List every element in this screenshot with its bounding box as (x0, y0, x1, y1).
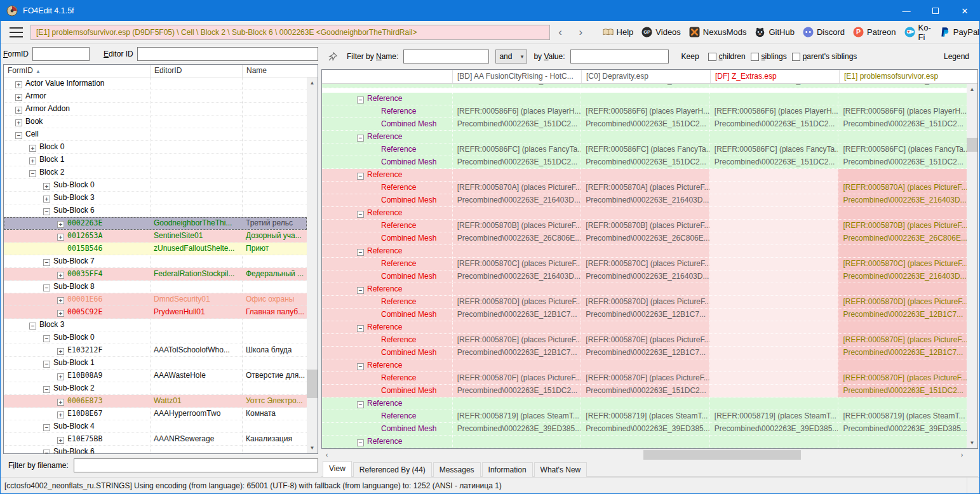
collapse-icon[interactable]: − (357, 439, 364, 446)
tree-row[interactable]: +Book (4, 116, 307, 128)
plugin-cell[interactable]: Precombined\0002263E_216403D... (452, 270, 581, 283)
tab-messages[interactable]: Messages (433, 462, 481, 477)
formid-field[interactable] (32, 47, 90, 61)
table-row[interactable]: Combined MeshPrecombined\0002263E_151DC2… (322, 385, 967, 397)
collapse-icon[interactable]: − (43, 450, 50, 453)
table-row[interactable]: Combined MeshPrecombined\0002263E_151DC2… (322, 156, 967, 169)
plugin-cell[interactable]: Precombined\0002263E_26C806E... (838, 232, 967, 245)
plugin-cell[interactable]: Precombined\0002263E_151DC2... (452, 385, 581, 397)
plugin-cell[interactable] (709, 436, 838, 448)
plugin-cell[interactable]: Precombined\0002263E_151DC2... (581, 118, 709, 131)
plugin-cell[interactable]: [REFR:0005870B] (places PictureF... (581, 220, 709, 232)
plugin-cell[interactable]: Precombined\0002263E_216403D... (581, 194, 709, 207)
tree-row[interactable]: +0012653ASentinelSite01Дозорный уча... (4, 230, 307, 243)
plugin-cell[interactable] (709, 207, 838, 220)
table-row[interactable]: −Reference (322, 283, 967, 296)
plugin-cell[interactable] (709, 372, 838, 385)
plugin-cell[interactable]: Precombined\0002263E_39ED385... (838, 423, 967, 436)
expand-icon[interactable]: + (57, 437, 64, 444)
plugin-cell[interactable] (452, 283, 581, 296)
pin-icon[interactable] (328, 51, 338, 62)
plugin-cell[interactable]: [REFR:0005870D] (places PictureF... (452, 296, 581, 309)
plugin-cell[interactable]: Precombined\0002263E_39ED385... (581, 423, 709, 436)
collapse-icon[interactable]: − (357, 97, 364, 103)
plugin-cell[interactable]: [REFR:000586F6] (places PlayerH... (709, 105, 838, 118)
plugin-column-header-tree[interactable] (322, 70, 452, 83)
toolbar-link-paypal[interactable]: PayPal (939, 27, 979, 37)
keep-siblings-checkbox[interactable] (751, 53, 759, 61)
table-row[interactable]: Combined MeshPrecombined\0002263E_216403… (322, 194, 967, 207)
plugin-column-header[interactable]: [BD] AA FusionCityRising - HotC... (452, 70, 581, 83)
collapse-icon[interactable]: − (357, 401, 364, 408)
plugin-cell[interactable]: [REFR:0005870E] (places PictureF... (581, 334, 709, 347)
plugin-cell[interactable] (581, 283, 709, 296)
plugin-cell[interactable]: [REFR:0005870C] (places PictureF... (581, 258, 709, 270)
tree-row[interactable]: −Sub-Block 6 (4, 446, 307, 453)
table-horizontal-scrollbar[interactable]: ‹ › (321, 449, 978, 460)
plugin-cell[interactable] (709, 194, 838, 207)
collapse-icon[interactable]: − (29, 323, 36, 330)
tab-view[interactable]: View (323, 461, 352, 477)
expand-icon[interactable]: + (57, 373, 64, 380)
tree-header-formid[interactable]: FormID▲ (4, 65, 150, 77)
plugin-column-header[interactable]: [C0] Depravity.esp (581, 70, 710, 83)
tree-row[interactable]: −Sub-Block 1 (4, 357, 307, 370)
menu-icon[interactable] (10, 27, 23, 37)
plugin-cell[interactable]: [REFR:0005870A] (places PictureF... (452, 182, 581, 194)
plugin-cell[interactable]: Precombined\0002263E_12B1C7... (838, 309, 967, 321)
tree-row[interactable]: −Sub-Block 6 (4, 204, 307, 217)
tree-row[interactable]: +Actor Value Information (4, 77, 307, 90)
collapse-icon[interactable]: − (43, 386, 50, 393)
table-row[interactable]: Reference[REFR:00058719] (places SteamT.… (322, 410, 967, 423)
plugin-cell[interactable] (838, 169, 967, 182)
minimize-button[interactable]: — (892, 1, 921, 21)
table-row[interactable]: −Reference (322, 169, 967, 182)
plugin-cell[interactable]: [REFR:0005870B] (places PictureF... (838, 220, 967, 232)
expand-icon[interactable]: + (43, 183, 50, 190)
plugin-cell[interactable]: Precombined\0002263E_151DC2... (838, 156, 967, 169)
plugin-cell[interactable]: Precombined\0002263E_151DC2... (581, 84, 709, 88)
collapse-icon[interactable]: − (357, 249, 364, 256)
expand-icon[interactable]: + (57, 310, 64, 317)
plugin-cell[interactable]: Precombined\0002263E_39ED385... (452, 423, 581, 436)
plugin-cell[interactable]: [REFR:0005870F] (places PictureF... (581, 372, 709, 385)
tree-row[interactable]: −Block 3 (4, 319, 307, 331)
collapse-icon[interactable]: − (357, 211, 364, 218)
plugin-cell[interactable] (709, 296, 838, 309)
tree-row[interactable]: +00001E66DmndSecurity01Офис охраны (4, 293, 307, 306)
tab-information[interactable]: Information (482, 462, 533, 477)
collapse-icon[interactable]: − (29, 170, 36, 177)
plugin-cell[interactable] (709, 385, 838, 397)
plugin-cell[interactable] (452, 131, 581, 144)
expand-icon[interactable]: + (15, 81, 22, 88)
tree-row[interactable]: +Armor (4, 90, 307, 103)
plugin-cell[interactable] (581, 436, 709, 448)
plugin-cell[interactable] (709, 93, 838, 105)
plugin-cell[interactable]: Precombined\0002263E_151DC2... (452, 118, 581, 131)
nav-back-button[interactable]: ‹ (550, 26, 570, 39)
plugin-cell[interactable]: [REFR:000586FC] (places FancyTa... (838, 144, 967, 156)
tree-row[interactable]: +Sub-Block 3 (4, 192, 307, 204)
table-row[interactable]: Reference[REFR:0005870C] (places Picture… (322, 258, 967, 270)
plugin-cell[interactable]: [REFR:0005870D] (places PictureF... (838, 296, 967, 309)
plugin-cell[interactable] (452, 321, 581, 334)
tree-row[interactable]: −Sub-Block 4 (4, 420, 307, 433)
plugin-cell[interactable] (709, 309, 838, 321)
tab-referenced-by-44-[interactable]: Referenced By (44) (353, 462, 432, 477)
collapse-icon[interactable]: − (357, 325, 364, 332)
breadcrumb[interactable]: [E1] problemsofsurvivor.esp (D9DF5F05) \… (30, 25, 550, 40)
plugin-cell[interactable] (581, 207, 709, 220)
plugin-cell[interactable]: Precombined\0002263E_12B1C7... (452, 347, 581, 359)
scrollbar-thumb[interactable] (967, 138, 977, 152)
plugin-cell[interactable] (709, 283, 838, 296)
expand-icon[interactable]: + (43, 196, 50, 203)
plugin-cell[interactable]: Precombined\0002263E_151DC2... (709, 156, 838, 169)
plugin-cell[interactable]: Precombined\0002263E_151DC2... (581, 385, 709, 397)
plugin-cell[interactable]: [REFR:00058719] (places SteamT... (452, 410, 581, 423)
plugin-cell[interactable] (709, 334, 838, 347)
plugin-cell[interactable]: [REFR:0005870C] (places PictureF... (452, 258, 581, 270)
plugin-cell[interactable] (709, 270, 838, 283)
plugin-cell[interactable] (709, 131, 838, 144)
plugin-cell[interactable] (838, 359, 967, 372)
scroll-down-icon[interactable]: ▼ (967, 437, 977, 448)
